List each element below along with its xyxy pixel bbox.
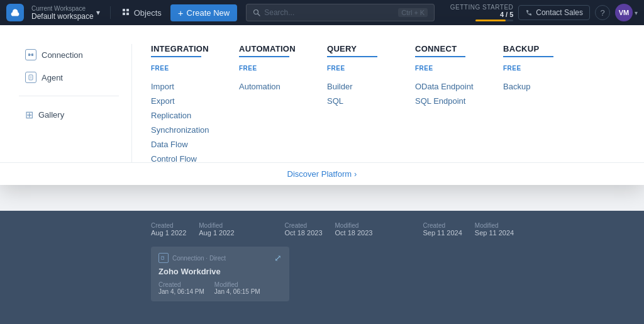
svg-rect-3 [126,13,129,15]
create-new-dropdown: Connection Agent ⊞ Gallery INTEGRATION F… [0,25,644,185]
backup-divider [503,56,553,57]
agent-icon [25,72,36,83]
getting-started-progress: 4 / 5 [500,11,513,18]
search-icon [253,9,260,16]
query-column: QUERY FREE Builder SQL [327,44,390,166]
bottom-area: Created Aug 1 2022 Modified Aug 1 2022 C… [0,211,644,324]
integration-badge: FREE [151,65,214,72]
search-placeholder: Search... [264,8,294,17]
user-menu[interactable]: VM ▾ [615,4,638,21]
connect-divider [415,56,465,57]
sidebar-item-connection[interactable]: Connection [19,44,119,65]
svg-rect-1 [126,9,129,11]
card1-modified-label: Modified [199,222,234,229]
contact-sales-label: Contact Sales [536,8,583,17]
card3-created-label: Created [423,222,462,229]
nav-divider-1 [110,6,111,19]
workspace-selector[interactable]: Current Workspace Default workspace ▾ [28,3,104,23]
lower-card-title: Zoho Workdrive [158,267,282,276]
objects-nav[interactable]: Objects [117,6,167,20]
sidebar-gallery[interactable]: ⊞ Gallery [19,104,119,126]
cards-row: Created Aug 1 2022 Modified Aug 1 2022 C… [0,211,644,237]
automation-automation[interactable]: Automation [239,79,302,94]
progress-bar [475,20,513,21]
workspace-chevron-icon: ▾ [96,8,100,17]
query-title: QUERY [327,44,390,53]
progress-bar-fill [475,20,506,21]
create-new-button[interactable]: + Create New [170,4,237,21]
dropdown-columns: INTEGRATION FREE Import Export Replicati… [132,44,619,166]
card2-created-label: Created [285,222,323,229]
contact-sales-button[interactable]: Contact Sales [518,5,590,20]
svg-rect-7 [31,53,33,56]
search-bar[interactable]: Search... Ctrl + K [246,4,435,21]
svg-rect-6 [28,53,30,56]
avatar-initials: VM [619,9,630,16]
integration-export[interactable]: Export [151,94,214,108]
svg-rect-0 [123,9,125,11]
svg-line-5 [258,14,260,16]
integration-import[interactable]: Import [151,79,214,94]
connect-odata[interactable]: OData Endpoint [415,79,478,94]
card1-created-label: Created [151,222,186,229]
card3-created-value: Sep 11 2024 [423,229,462,237]
workspace-current-label: Current Workspace [31,5,94,12]
integration-synchronization[interactable]: Synchronization [151,123,214,137]
grid-icon [122,8,131,17]
automation-column: AUTOMATION FREE Automation [239,44,302,166]
discover-platform-bar[interactable]: Discover Platform › [0,162,644,185]
integration-replication[interactable]: Replication [151,108,214,123]
discover-chevron-icon: › [354,169,357,179]
query-sql[interactable]: SQL [327,94,390,108]
integration-divider [151,56,201,57]
svg-rect-2 [123,13,125,15]
query-badge: FREE [327,65,390,72]
backup-badge: FREE [503,65,566,72]
automation-divider [239,56,289,57]
svg-rect-12 [162,257,164,260]
svg-rect-9 [29,75,33,80]
lower-card-icon [158,253,169,263]
agent-label: Agent [42,73,63,82]
sidebar-divider [19,96,119,96]
card-1: Created Aug 1 2022 Modified Aug 1 2022 [151,222,235,237]
lower-card-link-icon[interactable]: ⤢ [274,253,282,263]
connection-label: Connection [42,50,83,60]
getting-started[interactable]: GETTING STARTED 4 / 5 [450,4,513,21]
dropdown-sidebar: Connection Agent ⊞ Gallery [19,44,132,166]
integration-column: INTEGRATION FREE Import Export Replicati… [151,44,214,166]
card3-modified-label: Modified [475,222,514,229]
connect-title: CONNECT [415,44,478,53]
objects-label: Objects [134,8,162,18]
svg-point-4 [254,10,258,14]
getting-started-label: GETTING STARTED [450,4,513,11]
card-3: Created Sep 11 2024 Modified Sep 11 2024 [423,222,514,237]
connection-icon [25,49,36,60]
sidebar-item-agent[interactable]: Agent [19,67,119,88]
lower-card-meta: Created Jan 4, 06:14 PM Modified Jan 4, … [158,281,282,295]
card2-modified-label: Modified [335,222,373,229]
workspace-name: Default workspace [31,12,94,21]
getting-started-value: 4 / 5 [500,11,513,18]
gallery-label: Gallery [38,110,64,120]
help-button[interactable]: ? [595,5,610,20]
automation-badge: FREE [239,65,302,72]
user-menu-chevron-icon: ▾ [635,9,638,16]
card2-modified-value: Oct 18 2023 [335,229,373,237]
avatar[interactable]: VM [615,4,633,21]
connect-sql[interactable]: SQL Endpoint [415,94,478,108]
nav-right: GETTING STARTED 4 / 5 Contact Sales ? VM… [450,4,638,21]
help-icon: ? [600,8,604,18]
integration-dataflow[interactable]: Data Flow [151,137,214,152]
discover-label: Discover Platform [287,169,352,179]
card2-created-value: Oct 18 2023 [285,229,323,237]
query-builder[interactable]: Builder [327,79,390,94]
lower-modified-label: Modified [214,281,260,288]
connect-badge: FREE [415,65,478,72]
topnav: Current Workspace Default workspace ▾ Ob… [0,0,644,25]
lower-modified-value: Jan 4, 06:15 PM [214,288,260,295]
app-logo[interactable] [6,4,24,21]
backup-backup[interactable]: Backup [503,79,566,94]
lower-created-label: Created [158,281,204,288]
gallery-icon: ⊞ [25,109,33,121]
